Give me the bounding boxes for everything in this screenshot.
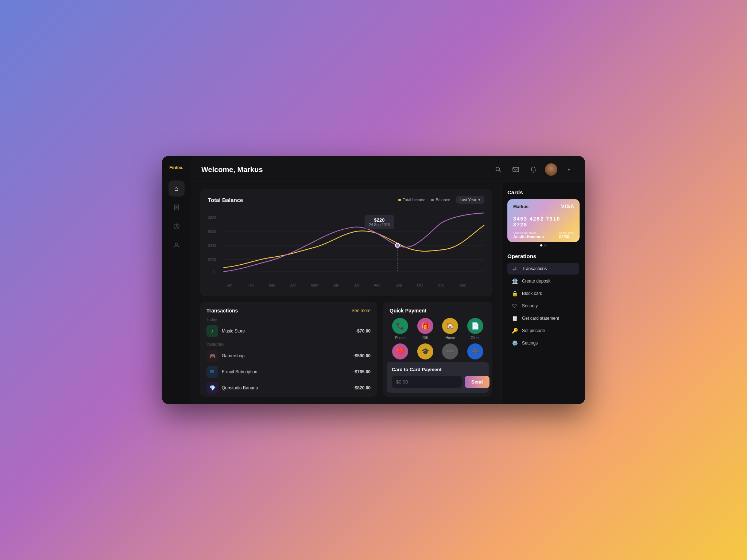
tooltip-value: $220 — [369, 217, 390, 223]
card-statement-icon: 📋 — [511, 315, 518, 321]
x-label-sep: Sep — [395, 283, 402, 287]
credit-card: Markus VISA 3453 4262 7310 3728 Card hol… — [507, 199, 580, 242]
x-label-dec: Dec — [459, 283, 466, 287]
search-icon[interactable] — [492, 164, 504, 175]
avatar[interactable] — [545, 163, 557, 176]
x-label-mar: Mar — [269, 283, 275, 287]
home-label: Home — [445, 336, 455, 340]
table-row: 🎮 Gamershop -$590.00 — [206, 348, 371, 364]
quick-payment-card: Quick Payment 📞 Phone 🎁 Gift � — [383, 302, 492, 397]
payment-home[interactable]: 🏠 Home — [440, 318, 461, 340]
sidebar-item-chart[interactable] — [169, 218, 185, 234]
card-holder-label: Card holder name — [513, 231, 544, 234]
legend-income-label: Total Income — [403, 198, 425, 202]
card-expiry-section: Expiry date 02/30 — [559, 231, 574, 239]
yesterday-label: Yesterday — [206, 342, 371, 346]
op-security-label: Security — [522, 303, 538, 308]
op-transactions[interactable]: ⇄ Transactions — [507, 263, 579, 275]
chart-svg: $800 $600 $400 $200 0 — [208, 209, 484, 282]
tx-email-amount: -$765.00 — [353, 369, 371, 374]
transactions-header: Transactions See more — [206, 308, 371, 314]
main-panel: Welcome, Markus ▼ — [191, 156, 585, 404]
mail-icon[interactable] — [510, 164, 522, 175]
chart-tooltip: $220 24 Sep 2023 — [365, 215, 394, 229]
svg-text:0: 0 — [213, 270, 215, 274]
sidebar-item-home[interactable]: ⌂ — [169, 180, 185, 197]
block-card-icon: 🔒 — [511, 291, 518, 296]
qubstudio-icon: 💎 — [206, 382, 218, 394]
amount-input[interactable] — [392, 376, 462, 388]
minus-icon: ➖ — [442, 343, 458, 359]
gift-icon: 🎁 — [417, 318, 433, 334]
x-label-feb: Feb — [247, 283, 253, 287]
payment-grid: 📞 Phone 🎁 Gift 🏠 Home — [390, 318, 486, 365]
tx-music-amount: -$70.00 — [356, 328, 371, 334]
top-bar-icons: ▼ — [492, 163, 575, 176]
payment-phone[interactable]: 📞 Phone — [390, 318, 411, 340]
health-icon: ❤️ — [392, 343, 408, 359]
op-set-pincode[interactable]: 🔑 Set pincode — [507, 325, 579, 337]
card-expiry-label: Expiry date — [559, 231, 574, 234]
phone-label: Phone — [395, 336, 406, 340]
music-store-icon: ♪ — [206, 325, 218, 337]
operations-title: Operations — [507, 253, 579, 259]
cards-section: Cards Markus VISA 3453 4262 7310 3728 Ca… — [507, 189, 579, 246]
center-panel: Total Balance Total Income Balance — [191, 182, 501, 404]
popup-title: Card to Card Payment — [392, 367, 484, 372]
balance-dot — [431, 199, 434, 201]
sidebar-item-clipboard[interactable] — [169, 199, 185, 215]
tx-qub-name: Qubstudio Banana — [222, 385, 350, 390]
settings-icon: ⚙️ — [511, 340, 518, 346]
chart-x-labels: Jan Feb Mar Apr May Jun Jul Aug Sep Oct … — [208, 283, 484, 287]
gamershop-icon: 🎮 — [206, 350, 218, 362]
op-create-deposit[interactable]: 🏦 Create deposit — [507, 275, 579, 287]
tx-gamershop-amount: -$590.00 — [353, 353, 371, 358]
op-card-statement[interactable]: 📋 Get card statement — [507, 312, 579, 324]
card-holder-name: Austin Hammon — [513, 234, 544, 239]
sidebar-item-user[interactable] — [169, 237, 185, 253]
svg-line-7 — [499, 171, 501, 172]
payment-other[interactable]: 📄 Other — [465, 318, 486, 340]
transactions-title: Transactions — [206, 308, 238, 314]
x-label-may: May — [311, 283, 318, 287]
svg-rect-8 — [513, 167, 519, 172]
content-area: Total Balance Total Income Balance — [191, 182, 585, 404]
tx-qub-amount: -$820.00 — [353, 385, 371, 390]
card-holder-section: Card holder name Austin Hammon — [513, 231, 544, 239]
op-block-label: Block card — [522, 291, 542, 296]
legend-balance: Balance — [431, 198, 450, 202]
transactions-icon: ⇄ — [511, 266, 518, 272]
op-pincode-label: Set pincode — [522, 328, 545, 333]
card-number: 3453 4262 7310 3728 — [513, 216, 574, 228]
card-dot-2[interactable] — [544, 244, 546, 246]
table-row: ♪ Music Store -$70.00 — [206, 323, 371, 339]
send-button[interactable]: Send — [465, 376, 489, 388]
op-settings-label: Settings — [522, 341, 538, 346]
app-logo: Fintex. — [169, 165, 183, 170]
chart-area: $800 $600 $400 $200 0 — [208, 209, 484, 282]
page-title: Welcome, Markus — [201, 166, 263, 174]
tx-gamershop-name: Gamershop — [222, 353, 350, 358]
tx-email-name: E-mail Subcription — [222, 369, 350, 374]
card-dot-1[interactable] — [540, 244, 542, 246]
notification-icon[interactable] — [527, 164, 539, 175]
chart-header: Total Balance Total Income Balance — [208, 196, 484, 204]
period-button[interactable]: Last Year ▼ — [456, 196, 484, 204]
pincode-icon: 🔑 — [511, 328, 518, 334]
sidebar: Fintex. ⌂ — [162, 156, 191, 404]
total-balance-card: Total Balance Total Income Balance — [200, 189, 492, 296]
op-statement-label: Get card statement — [522, 316, 559, 321]
chart-legend: Total Income Balance Last Year ▼ — [398, 196, 484, 204]
see-more-button[interactable]: See more — [352, 308, 371, 313]
card-expiry: 02/30 — [559, 234, 574, 239]
op-settings[interactable]: ⚙️ Settings — [507, 337, 579, 349]
op-block-card[interactable]: 🔒 Block card — [507, 288, 579, 299]
op-deposit-label: Create deposit — [522, 279, 550, 284]
income-dot — [398, 199, 401, 201]
gift-label: Gift — [422, 336, 428, 340]
table-row: ✉ E-mail Subcription -$765.00 — [206, 364, 371, 380]
payment-gift[interactable]: 🎁 Gift — [415, 318, 436, 340]
op-security[interactable]: 🛡 Security — [507, 300, 579, 312]
x-label-jul: Jul — [354, 283, 359, 287]
chevron-down-icon[interactable]: ▼ — [563, 164, 575, 175]
